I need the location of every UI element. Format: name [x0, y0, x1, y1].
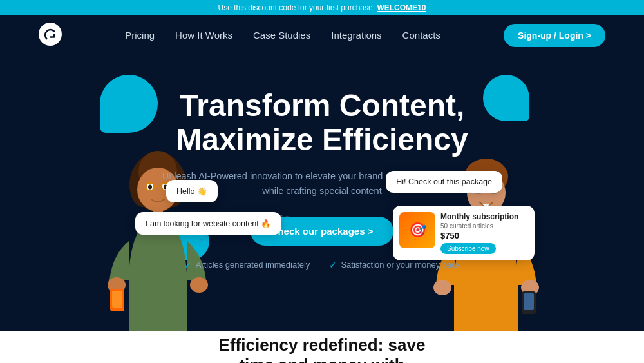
svg-point-8	[148, 185, 152, 190]
blob-top-left	[100, 75, 158, 133]
nav-item-casestudies[interactable]: Case Studies	[253, 30, 310, 41]
svg-point-28	[433, 280, 451, 295]
subscribe-button[interactable]: Subscribe now	[440, 243, 496, 254]
nav-item-contacts[interactable]: Contacts	[402, 30, 440, 41]
svg-point-0	[39, 23, 62, 46]
package-price: $750	[440, 231, 518, 240]
nav-item-howitworks[interactable]: How It Works	[175, 30, 232, 41]
nav-item-integrations[interactable]: Integrations	[331, 30, 381, 41]
check-satisfaction: ✓ Satisfaction or your money back	[329, 260, 460, 270]
svg-rect-17	[112, 291, 122, 308]
svg-point-15	[190, 277, 208, 293]
top-bar: Use this discount code for your first pu…	[0, 0, 644, 15]
nav-links: Pricing How It Works Case Studies Integr…	[125, 30, 440, 41]
blob-top-right	[483, 75, 529, 121]
bubble-hello: Hello 👋	[166, 180, 218, 202]
hero-section: Transform Content, Maximize Efficiency U…	[0, 55, 644, 331]
navbar: Pricing How It Works Case Studies Integr…	[0, 15, 644, 55]
package-image: 🎯	[399, 212, 435, 248]
package-title: Monthly subscription	[440, 212, 518, 221]
svg-rect-31	[524, 293, 534, 310]
signup-login-button[interactable]: Sign-up / Login >	[504, 24, 605, 47]
bubble-package: 🎯 Monthly subscription 50 curated articl…	[393, 206, 535, 260]
discount-code: WELCOME10	[377, 3, 426, 12]
bottom-title: Efficiency redefined: save time and mone…	[219, 335, 426, 363]
hero-title: Transform Content, Maximize Efficiency	[161, 89, 483, 157]
bubble-looking: I am looking for website content 🔥	[135, 212, 281, 235]
package-subtitle: 50 curated articles	[440, 222, 518, 230]
bubble-hicheckout: Hi! Check out this package	[386, 171, 502, 193]
checkmark-icon-1: ✓	[184, 260, 192, 270]
top-bar-text: Use this discount code for your first pu…	[218, 3, 377, 12]
nav-item-pricing[interactable]: Pricing	[125, 30, 155, 41]
hero-checks: ✓ Articles generated immediately ✓ Satis…	[161, 260, 483, 270]
bottom-section: Efficiency redefined: save time and mone…	[0, 331, 644, 363]
package-info: Monthly subscription 50 curated articles…	[440, 212, 518, 254]
checkmark-icon-2: ✓	[329, 260, 337, 270]
logo	[39, 23, 62, 48]
check-articles: ✓ Articles generated immediately	[184, 260, 310, 270]
